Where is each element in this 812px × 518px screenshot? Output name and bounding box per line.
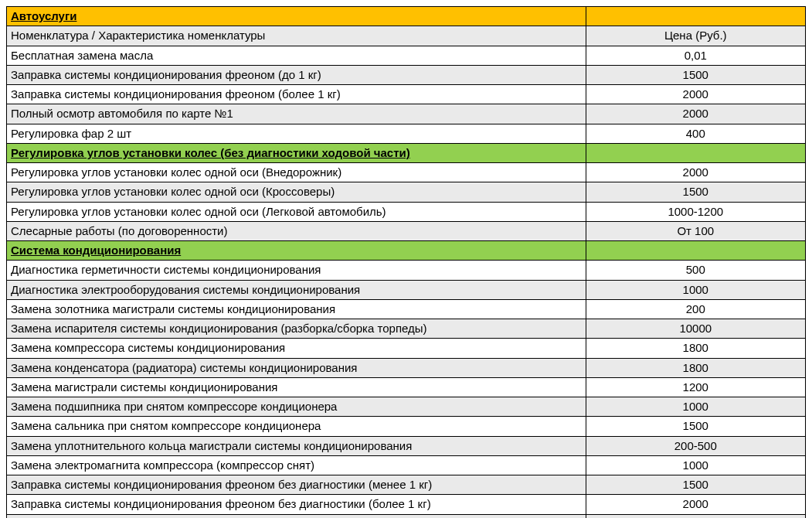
table-row: Полный осмотр автомобиля по карте №12000 [7,104,806,124]
service-price: От 100 [586,221,805,240]
service-price: 2000 [586,495,805,514]
section-header-price-empty [586,7,805,26]
service-name: Диагностика герметичности системы кондиц… [7,261,586,280]
service-name: Заправка системы кондиционирования фреон… [7,85,586,104]
service-price: 2000 [586,104,805,124]
service-price: 0,01 [586,46,805,65]
service-price: 200-500 [586,436,805,455]
service-price: 10000 [586,319,805,339]
service-price: 1500 [586,182,805,202]
service-name: Заправка системы кондиционирования фреон… [7,495,586,514]
service-price: 1000 [586,280,805,299]
service-name: Полный осмотр автомобиля по карте №1 [7,104,586,124]
service-name: Заправка системы кондиционирования фреон… [7,65,586,84]
service-name: Замена золотника магистрали системы конд… [7,299,586,319]
section-title: Система кондиционирования [7,241,586,261]
service-name: Регулировка углов установки колес одной … [7,163,586,182]
service-name: Замена электромагнита компрессора (компр… [7,455,586,475]
service-price: 500 [586,261,805,280]
service-price: 200 [586,299,805,319]
table-row: Заправка системы кондиционирования фреон… [7,475,806,495]
table-row: Регулировка фар 2 шт400 [7,124,806,143]
service-price: 1200 [586,377,805,397]
service-name: Замена сальника при снятом компрессоре к… [7,417,586,436]
section-header-price-empty [586,241,805,261]
service-name: Слесарные работы (по договоренности) [7,221,586,240]
service-price: 1800 [586,339,805,358]
service-name: Замена уплотнительного кольца магистрали… [7,436,586,455]
service-price: 1500 [586,417,805,436]
table-row: Замена электромагнита компрессора (компр… [7,455,806,475]
service-name: Регулировка углов установки колес одной … [7,202,586,221]
service-name: Замена подшипника при снятом компрессоре… [7,397,586,417]
service-price: 1000-1200 [586,202,805,221]
section-header-row: Автоуслуги [7,7,806,26]
section-header-row: Регулировка углов установки колес (без д… [7,143,806,162]
section-header-row: Система кондиционирования [7,241,806,261]
table-row: Замена подшипника при снятом компрессоре… [7,397,806,417]
table-row: Бесплатная замена масла0,01 [7,46,806,65]
service-name: Бесплатная замена масла [7,46,586,65]
service-price: 1500 [586,65,805,84]
service-price: 400 [586,124,805,143]
price-table: АвтоуслугиНоменклатура / Характеристика … [6,6,806,518]
table-row: Замена магистрали системы кондиционирова… [7,377,806,397]
table-row: Замена золотника магистрали системы конд… [7,299,806,319]
table-row: Заправка системы кондиционирования фреон… [7,85,806,104]
table-row: Замена сальника при снятом компрессоре к… [7,417,806,436]
service-name: Регулировка углов установки колес одной … [7,182,586,202]
column-header-row: Номенклатура / Характеристика номенклату… [7,26,806,46]
service-price: 1800 [586,358,805,377]
service-price: 2000 [586,163,805,182]
table-row: Замена уплотнительного кольца магистрали… [7,436,806,455]
section-title: Регулировка углов установки колес (без д… [7,143,586,162]
table-row: Заправка системы кондиционирования фреон… [7,65,806,84]
table-row: Регулировка углов установки колес одной … [7,202,806,221]
section-title: Автоуслуги [7,7,586,26]
column-name-header: Номенклатура / Характеристика номенклату… [7,26,586,46]
service-price: 1500 [586,475,805,495]
table-row: Замена испарителя системы кондиционирова… [7,319,806,339]
service-name: Замена компрессора системы кондициониров… [7,339,586,358]
service-name: Заправка системы кондиционирования фреон… [7,475,586,495]
service-name: Регулировка фар 2 шт [7,124,586,143]
service-name: Замена магистрали системы кондиционирова… [7,377,586,397]
table-row: Регулировка углов установки колес одной … [7,182,806,202]
service-price: 1000 [586,397,805,417]
table-row: Диагностика герметичности системы кондиц… [7,261,806,280]
service-name: Замена испарителя системы кондиционирова… [7,319,586,339]
service-price: 500 [586,514,805,518]
section-header-price-empty [586,143,805,162]
table-row: Осмотр системы кондиционирования500 [7,514,806,518]
table-row: Заправка системы кондиционирования фреон… [7,495,806,514]
service-name: Диагностика электрооборудования системы … [7,280,586,299]
service-name: Замена конденсатора (радиатора) системы … [7,358,586,377]
service-price: 2000 [586,85,805,104]
service-price: 1000 [586,455,805,475]
table-row: Замена конденсатора (радиатора) системы … [7,358,806,377]
table-row: Диагностика электрооборудования системы … [7,280,806,299]
table-row: Регулировка углов установки колес одной … [7,163,806,182]
service-name: Осмотр системы кондиционирования [7,514,586,518]
table-row: Замена компрессора системы кондициониров… [7,339,806,358]
column-price-header: Цена (Руб.) [586,26,805,46]
table-row: Слесарные работы (по договоренности)От 1… [7,221,806,240]
